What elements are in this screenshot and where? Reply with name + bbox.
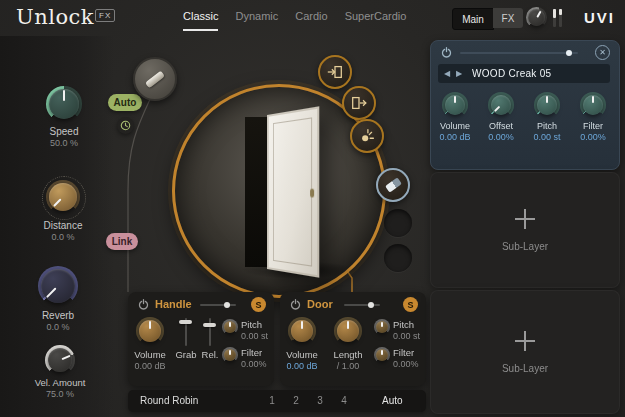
sub-layer-slot-2[interactable]: Sub-Layer xyxy=(430,290,620,414)
door-length-value: / 1.00 xyxy=(324,361,372,371)
distance-value: 0.0 % xyxy=(27,232,99,242)
layer-offset-value: 0.00% xyxy=(488,132,514,142)
handle-pitch-knob[interactable] xyxy=(222,319,238,335)
layer-pitch-column: Pitch 0.00 st xyxy=(524,92,570,158)
link-button[interactable]: Link xyxy=(106,233,138,250)
sub-layer-slot-1[interactable]: Sub-Layer xyxy=(430,172,620,288)
preset-next-button[interactable]: ▶ xyxy=(456,68,462,79)
door-filter-value: 0.00% xyxy=(393,359,425,369)
layer-pitch-value: 0.00 st xyxy=(533,132,560,142)
eraser-tool-button[interactable] xyxy=(376,168,410,202)
plus-icon xyxy=(515,331,535,351)
vel-amount-knob[interactable] xyxy=(45,345,75,375)
layer-volume-value: 0.00 dB xyxy=(439,132,470,142)
handle-filter-knob[interactable] xyxy=(222,347,238,363)
speed-sync-button[interactable] xyxy=(117,117,134,134)
handle-pitch-label: Pitch xyxy=(241,319,271,330)
handle-volume-value: 0.00 dB xyxy=(126,361,174,371)
knock-button[interactable] xyxy=(350,119,384,153)
door-solo-button[interactable]: S xyxy=(403,297,418,312)
handle-filter-label: Filter xyxy=(241,347,271,358)
handle-pitch-value: 0.00 st xyxy=(241,331,273,341)
layer-knob-row: Volume 0.00 dB Offset 0.00% Pitch 0.00 s… xyxy=(432,92,616,158)
door-level-slider[interactable] xyxy=(344,304,380,306)
mode-tabs: Classic Dynamic Cardio SuperCardio xyxy=(183,10,406,31)
layer-close-button[interactable]: ✕ xyxy=(595,45,610,60)
door-open-button[interactable] xyxy=(318,55,352,89)
reverb-knob[interactable] xyxy=(38,266,78,306)
tab-supercardio[interactable]: SuperCardio xyxy=(345,10,407,31)
tab-dynamic[interactable]: Dynamic xyxy=(235,10,278,31)
chevron-right-icon: ▶ xyxy=(456,69,462,78)
layer-pitch-knob[interactable] xyxy=(534,92,560,118)
tab-classic[interactable]: Classic xyxy=(183,10,218,31)
main-view-button[interactable]: Main xyxy=(452,8,494,30)
door-volume-label: Volume xyxy=(278,349,326,360)
door-knob xyxy=(310,189,314,198)
layer-power-button[interactable] xyxy=(441,47,452,58)
layer-filter-value: 0.00% xyxy=(580,132,606,142)
round-robin-auto[interactable]: Auto xyxy=(382,395,403,406)
door-length-knob[interactable] xyxy=(334,317,362,345)
tool-slot-1[interactable] xyxy=(384,209,412,237)
door-pitch-label: Pitch xyxy=(393,319,423,330)
round-robin-label: Round Robin xyxy=(140,395,198,406)
door-panel-inset xyxy=(273,117,312,266)
layer-filter-label: Filter xyxy=(583,121,603,131)
layer-filter-column: Filter 0.00% xyxy=(570,92,616,158)
door-pitch-knob[interactable] xyxy=(374,319,390,335)
handle-volume-label: Volume xyxy=(126,349,174,360)
round-robin-slot-3[interactable]: 3 xyxy=(314,395,326,406)
reverb-label: Reverb xyxy=(22,310,94,321)
handle-filter-value: 0.00% xyxy=(241,359,273,369)
door-handle-icon xyxy=(145,70,165,88)
uvi-logo: UVI xyxy=(584,9,615,26)
layer-volume-knob[interactable] xyxy=(442,92,468,118)
rel-label: Rel. xyxy=(197,349,223,360)
door-close-button[interactable] xyxy=(342,86,376,120)
handle-power-button[interactable] xyxy=(138,299,149,310)
layer-offset-label: Offset xyxy=(489,121,513,131)
round-robin-slot-2[interactable]: 2 xyxy=(290,395,302,406)
layer-filter-knob[interactable] xyxy=(580,92,606,118)
meter-bar-right xyxy=(559,9,562,27)
distance-knob[interactable] xyxy=(46,180,80,214)
fx-badge: FX xyxy=(95,9,115,22)
door-panel-title: Door xyxy=(307,298,333,310)
fx-view-button[interactable]: FX xyxy=(493,8,523,28)
tool-slot-2[interactable] xyxy=(384,244,412,272)
door-filter-knob[interactable] xyxy=(374,347,390,363)
layer-offset-column: Offset 0.00% xyxy=(478,92,524,158)
handle-solo-button[interactable]: S xyxy=(251,297,266,312)
eraser-icon xyxy=(385,177,402,192)
meter-bar-left xyxy=(553,9,556,27)
speed-knob[interactable] xyxy=(46,86,82,122)
speed-value: 50.0 % xyxy=(28,138,100,148)
layer-pitch-label: Pitch xyxy=(537,121,557,131)
tab-cardio[interactable]: Cardio xyxy=(295,10,327,31)
door-image[interactable] xyxy=(267,106,319,277)
distance-label: Distance xyxy=(27,220,99,231)
door-in-icon xyxy=(326,63,344,81)
preset-prev-button[interactable]: ◀ xyxy=(444,68,450,79)
master-volume-knob[interactable] xyxy=(526,7,547,28)
preset-name: WOOD Creak 05 xyxy=(472,68,551,79)
round-robin-slot-4[interactable]: 4 xyxy=(338,395,350,406)
grab-slider[interactable] xyxy=(179,320,192,324)
door-volume-value: 0.00 dB xyxy=(278,361,326,371)
knock-icon xyxy=(358,127,376,145)
round-robin-slot-1[interactable]: 1 xyxy=(266,395,278,406)
auto-button[interactable]: Auto xyxy=(108,94,142,111)
layer-offset-knob[interactable] xyxy=(488,92,514,118)
rel-slider[interactable] xyxy=(203,323,216,327)
level-meter xyxy=(553,9,562,27)
layer-volume-slider[interactable] xyxy=(460,52,578,54)
door-power-button[interactable] xyxy=(290,299,301,310)
door-volume-knob[interactable] xyxy=(288,317,316,345)
handle-level-slider[interactable] xyxy=(200,304,236,306)
handle-volume-knob[interactable] xyxy=(136,317,164,345)
door-pitch-value: 0.00 st xyxy=(393,331,425,341)
plus-icon xyxy=(515,209,535,229)
handle-tool-button[interactable] xyxy=(133,57,177,101)
speed-label: Speed xyxy=(28,126,100,137)
